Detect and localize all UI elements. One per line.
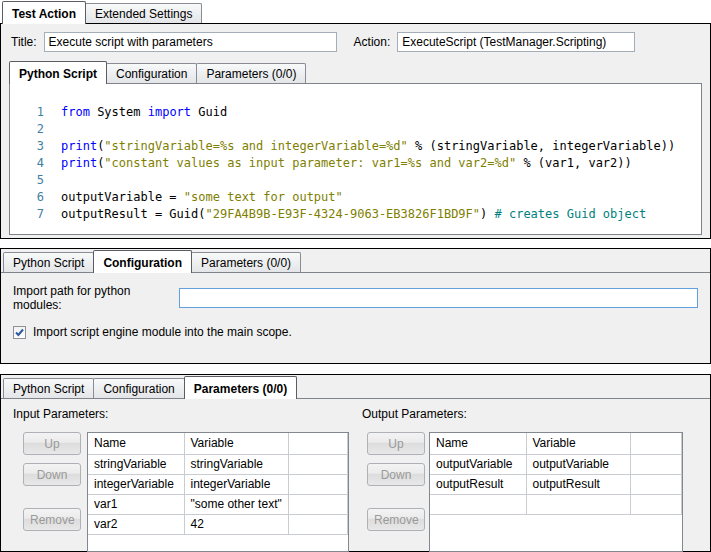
table-cell[interactable]: 42 [184, 514, 288, 534]
panel2-tab-parameters[interactable]: Parameters (0/0) [191, 252, 301, 272]
output-buttons: Up Down Remove [367, 432, 425, 539]
line-number: 3 [10, 138, 44, 155]
table-row: var1"some other text" [88, 494, 348, 514]
title-input[interactable] [44, 32, 337, 52]
table-cell[interactable] [288, 474, 348, 494]
table-cell[interactable]: integerVariable [184, 474, 288, 494]
table-cell[interactable] [630, 494, 682, 514]
panel3-tab-parameters[interactable]: Parameters (0/0) [184, 376, 297, 399]
table-cell[interactable]: var1 [88, 494, 184, 514]
line-number: 7 [10, 206, 44, 223]
panel1-tab-configuration[interactable]: Configuration [106, 63, 197, 83]
panel1-tab-parameters[interactable]: Parameters (0/0) [196, 63, 306, 83]
line-number: 1 [10, 104, 44, 121]
table-row: integerVariableintegerVariable [88, 474, 348, 494]
table-cell[interactable]: outputVariable [430, 454, 526, 474]
input-up-button[interactable]: Up [23, 432, 81, 455]
title-action-row: Title: Action: [1, 24, 710, 52]
input-remove-button[interactable]: Remove [23, 508, 81, 531]
code-line: 5 [10, 172, 701, 189]
input-buttons: Up Down Remove [23, 432, 81, 539]
output-up-button[interactable]: Up [367, 432, 425, 455]
table-header-row: NameVariable [88, 433, 348, 454]
title-label: Title: [11, 35, 37, 49]
test-action-panel: Test Action Extended Settings Title: Act… [0, 0, 711, 239]
table-cell[interactable]: var2 [88, 514, 184, 534]
column-header: Variable [526, 433, 630, 454]
table-cell[interactable]: outputVariable [526, 454, 630, 474]
import-scope-checkbox[interactable] [13, 326, 26, 339]
python-script-editor[interactable]: 1from System import Guid23print("stringV… [9, 83, 702, 235]
table-row: outputResultoutputResult [430, 474, 682, 494]
output-remove-button[interactable]: Remove [367, 508, 425, 531]
table-cell[interactable] [430, 494, 526, 514]
table-cell[interactable]: stringVariable [184, 454, 288, 474]
import-path-row: Import path for python modules: [1, 273, 710, 312]
panel2-tab-python-script[interactable]: Python Script [3, 252, 94, 272]
table-cell[interactable] [288, 494, 348, 514]
table-row [430, 494, 682, 514]
tab-test-action[interactable]: Test Action [2, 1, 86, 24]
panel2-tab-configuration[interactable]: Configuration [93, 250, 192, 273]
test-action-body: Title: Action: Python Script Configurati… [0, 23, 711, 239]
parameters-panel: Python Script Configuration Parameters (… [0, 374, 711, 552]
line-number: 4 [10, 155, 44, 172]
input-down-button[interactable]: Down [23, 463, 81, 486]
input-parameters-heading: Input Parameters: [13, 407, 108, 421]
parameters-grid: NameVariableoutputVariableoutputVariable… [430, 433, 682, 515]
import-scope-label: Import script engine module into the mai… [33, 325, 292, 339]
line-number: 2 [10, 121, 44, 138]
code-line: 4print("constant values as input paramet… [10, 155, 701, 172]
column-header [630, 433, 682, 454]
output-parameters-heading: Output Parameters: [362, 407, 467, 421]
import-path-label: Import path for python modules: [13, 284, 179, 312]
configuration-panel: Python Script Configuration Parameters (… [0, 248, 711, 364]
table-cell[interactable]: stringVariable [88, 454, 184, 474]
table-cell[interactable]: outputResult [526, 474, 630, 494]
table-cell[interactable] [630, 474, 682, 494]
panel3-tab-configuration[interactable]: Configuration [93, 378, 184, 398]
line-number: 5 [10, 172, 44, 189]
action-label: Action: [354, 35, 391, 49]
configuration-tabstrip: Python Script Configuration Parameters (… [1, 249, 710, 272]
table-cell[interactable]: outputResult [430, 474, 526, 494]
table-row: stringVariablestringVariable [88, 454, 348, 474]
import-path-input[interactable] [179, 288, 698, 308]
tab-extended-settings[interactable]: Extended Settings [85, 3, 202, 23]
parameters-body: Input Parameters: Output Parameters: Up … [1, 398, 710, 551]
table-cell[interactable] [288, 454, 348, 474]
import-scope-row: Import script engine module into the mai… [1, 312, 710, 339]
check-icon [14, 327, 25, 338]
table-cell[interactable]: "some other text" [184, 494, 288, 514]
code-line: 1from System import Guid [10, 104, 701, 121]
table-cell[interactable] [630, 454, 682, 474]
column-header: Name [430, 433, 526, 454]
column-header: Variable [184, 433, 288, 454]
code-line: 6outputVariable = "some text for output" [10, 189, 701, 206]
table-row: var242 [88, 514, 348, 534]
column-header [288, 433, 348, 454]
parameters-tabstrip: Python Script Configuration Parameters (… [1, 375, 710, 398]
configuration-body: Import path for python modules: Import s… [1, 272, 710, 363]
table-cell[interactable]: integerVariable [88, 474, 184, 494]
code-lines: 1from System import Guid23print("stringV… [10, 104, 701, 223]
table-cell[interactable] [526, 494, 630, 514]
column-header: Name [88, 433, 184, 454]
code-line: 2 [10, 121, 701, 138]
code-line: 3print("stringVariable=%s and integerVar… [10, 138, 701, 155]
panel3-tab-python-script[interactable]: Python Script [3, 378, 94, 398]
code-line: 7outputResult = Guid("29FA4B9B-E93F-4324… [10, 206, 701, 223]
table-header-row: NameVariable [430, 433, 682, 454]
parameters-grid: NameVariablestringVariablestringVariable… [88, 433, 348, 535]
output-parameters-table[interactable]: NameVariableoutputVariableoutputVariable… [429, 432, 683, 552]
action-input[interactable] [397, 32, 635, 52]
line-number: 6 [10, 189, 44, 206]
input-parameters-table[interactable]: NameVariablestringVariablestringVariable… [87, 432, 349, 552]
script-tabstrip: Python Script Configuration Parameters (… [1, 60, 710, 83]
table-row: outputVariableoutputVariable [430, 454, 682, 474]
output-down-button[interactable]: Down [367, 463, 425, 486]
main-tabstrip: Test Action Extended Settings [0, 0, 711, 23]
table-cell[interactable] [288, 514, 348, 534]
panel1-tab-python-script[interactable]: Python Script [9, 61, 107, 84]
